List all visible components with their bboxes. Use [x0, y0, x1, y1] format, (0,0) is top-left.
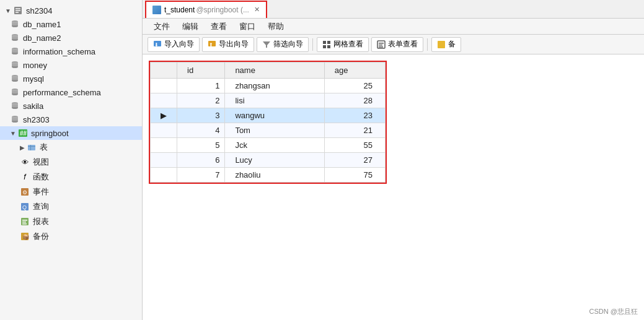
filter-label: 筛选向导	[273, 39, 303, 50]
svg-rect-3	[15, 12, 19, 13]
cell-name: lisi	[225, 93, 324, 108]
sidebar-label: 报表	[33, 216, 49, 227]
col-header-age[interactable]: age	[324, 63, 385, 79]
export-label: 导出向导	[219, 39, 249, 50]
backup-toolbar-button[interactable]: 备	[431, 37, 461, 52]
tab-close-button[interactable]: ✕	[254, 6, 260, 14]
table-row[interactable]: ▶3wangwu23	[151, 108, 386, 123]
col-header-arrow	[151, 63, 177, 79]
svg-point-11	[12, 37, 18, 39]
cell-id: 5	[177, 138, 225, 153]
row-arrow	[151, 123, 177, 138]
svg-point-31	[12, 105, 18, 107]
table-row[interactable]: 1zhangsan25	[151, 79, 386, 93]
sidebar-label: money	[23, 61, 47, 70]
cell-id: 3	[177, 108, 225, 123]
row-arrow	[151, 168, 177, 183]
tab-t_student[interactable]: t_student @springboot (... ✕	[145, 1, 267, 18]
sidebar-label: performance_schema	[23, 88, 101, 97]
svg-rect-2	[15, 10, 20, 11]
grid-button[interactable]: 网格查看	[317, 37, 369, 52]
backup-label: 备	[448, 39, 456, 50]
sidebar-item-performance_schema[interactable]: performance_schema	[0, 85, 142, 99]
table-row[interactable]: 5Jck55	[151, 138, 386, 153]
sidebar-item-information_schema[interactable]: information_schema	[0, 45, 142, 58]
filter-button[interactable]: 筛选向导	[257, 37, 309, 52]
main-container: ▼ sh2304 db_name1	[0, 0, 644, 320]
cell-name: zhaoliu	[225, 168, 324, 183]
db-icon	[10, 60, 20, 70]
svg-rect-1	[15, 8, 20, 9]
svg-rect-63	[379, 46, 383, 48]
sidebar-item-sh2303[interactable]: sh2303	[0, 113, 142, 126]
sidebar-item-baobiao[interactable]: 报表	[0, 214, 142, 229]
menu-item-edit[interactable]: 编辑	[176, 20, 205, 33]
func-icon: f	[20, 172, 30, 182]
sidebar-label: sh2303	[23, 115, 50, 124]
sidebar-label: 视图	[33, 157, 49, 168]
form-icon	[377, 40, 386, 49]
sidebar-label: 函数	[33, 171, 49, 183]
menu-item-help[interactable]: 帮助	[262, 20, 290, 33]
cell-age: 21	[324, 123, 385, 138]
sidebar-item-shitu[interactable]: 👁 视图	[0, 155, 142, 170]
sidebar-item-chaxun[interactable]: Q 查询	[0, 199, 142, 214]
query-icon: Q	[20, 202, 30, 212]
backup-icon: 📦	[20, 231, 30, 241]
sidebar-label: 备份	[33, 231, 49, 242]
db-icon	[10, 74, 20, 84]
svg-rect-64	[438, 41, 445, 48]
svg-text:📦: 📦	[22, 233, 29, 241]
svg-rect-61	[379, 43, 384, 44]
import-button[interactable]: ⬇ 导入向导	[148, 37, 200, 52]
table-row[interactable]: 2lisi28	[151, 93, 386, 108]
sidebar-item-beifen[interactable]: 📦 备份	[0, 229, 142, 244]
svg-rect-47	[22, 222, 26, 223]
sidebar-item-sakila[interactable]: sakila	[0, 99, 142, 113]
tab-subtitle: @springboot (...	[196, 6, 249, 14]
col-header-name[interactable]: name	[225, 63, 324, 79]
springboot-icon: ##	[18, 128, 28, 138]
springboot-arrow: ▼	[10, 130, 16, 137]
menu-item-view[interactable]: 查看	[205, 20, 233, 33]
right-panel: t_student @springboot (... ✕ 文件 编辑 查看 窗口…	[143, 0, 644, 320]
export-button[interactable]: ⬆ 导出向导	[202, 37, 254, 52]
sidebar-label: 事件	[33, 186, 49, 197]
import-label: 导入向导	[164, 39, 194, 50]
toolbar: ⬇ 导入向导 ⬆ 导出向导	[143, 35, 644, 54]
cell-id: 1	[177, 79, 225, 93]
svg-text:⚙: ⚙	[22, 189, 27, 196]
sidebar-item-shijian[interactable]: ⚙ 事件	[0, 184, 142, 199]
sidebar-item-db_name2[interactable]: db_name2	[0, 31, 142, 45]
svg-rect-39	[28, 146, 35, 147]
root-arrow: ▼	[5, 7, 11, 14]
cell-name: wangwu	[225, 108, 324, 123]
form-button[interactable]: 表单查看	[371, 37, 423, 52]
separator-2	[427, 38, 428, 51]
sidebar-item-money[interactable]: money	[0, 58, 142, 72]
menu-item-file[interactable]: 文件	[148, 20, 176, 33]
row-arrow	[151, 153, 177, 168]
menu-bar: 文件 编辑 查看 窗口 帮助	[143, 19, 644, 35]
sidebar-item-springboot[interactable]: ▼ ## springboot	[0, 126, 142, 140]
table-folder-icon	[27, 142, 37, 152]
sidebar-item-hanshu[interactable]: f 函数	[0, 170, 142, 184]
svg-rect-56	[323, 41, 326, 44]
sidebar-item-biao[interactable]: ▶ 表	[0, 140, 142, 155]
data-table: id name age 1zhangsan252lisi28▶3wangwu23…	[150, 62, 386, 183]
sidebar-item-mysql[interactable]: mysql	[0, 72, 142, 85]
table-row[interactable]: 6Lucy27	[151, 153, 386, 168]
row-arrow	[151, 93, 177, 108]
data-area: id name age 1zhangsan252lisi28▶3wangwu23…	[143, 54, 644, 320]
sidebar-item-db_name1[interactable]: db_name1	[0, 17, 142, 31]
col-header-id[interactable]: id	[177, 63, 225, 79]
table-row[interactable]: 7zhaoliu75	[151, 168, 386, 183]
table-row[interactable]: 4Tom21	[151, 123, 386, 138]
sidebar-root[interactable]: ▼ sh2304	[0, 4, 142, 17]
cell-age: 23	[324, 108, 385, 123]
db-icon	[10, 115, 20, 124]
export-icon: ⬆	[208, 40, 216, 49]
separator-1	[312, 38, 313, 51]
menu-item-window[interactable]: 窗口	[233, 20, 262, 33]
svg-rect-57	[327, 41, 330, 44]
